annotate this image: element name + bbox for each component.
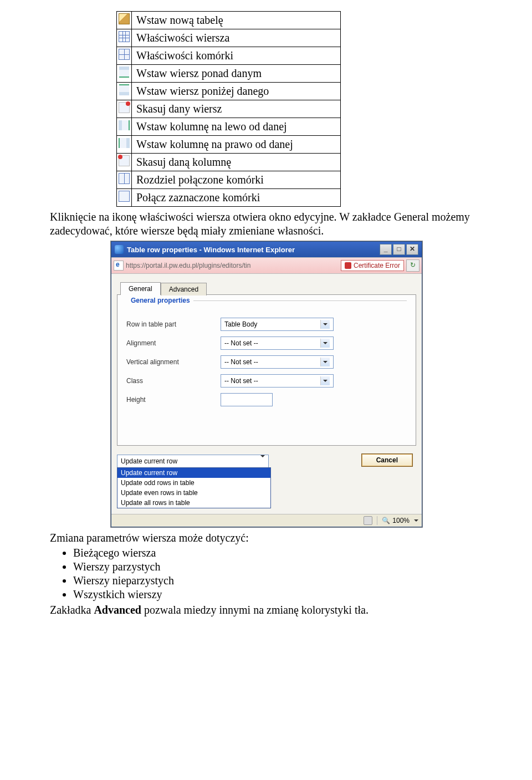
text: pozwala miedzy innymi na zmianę koloryst… [141,604,369,616]
chevron-down-icon [260,455,265,467]
icon-cell [117,189,132,207]
maximize-button[interactable]: □ [393,244,405,255]
function-label: Wstaw kolumnę na lewo od danej [132,118,341,136]
chevron-down-icon [320,320,330,329]
function-label: Rozdziel połączone komórki [132,171,341,189]
table-row: Skasuj dany wiersz [117,100,341,118]
chevron-down-icon [320,339,330,348]
zoom-control[interactable]: 🔍 100% [382,517,418,524]
address-bar: https://portal.il.pw.edu.pl/plugins/edit… [111,257,422,274]
icon-cell [117,136,132,154]
merge-cells-icon [119,191,130,202]
status-bar: 🔍 100% [111,514,422,527]
select-value: -- Not set -- [224,356,258,368]
select-value: -- Not set -- [224,337,258,349]
cell-properties-icon [119,49,130,60]
dialog-titlebar: Table row properties - Windows Internet … [111,242,422,257]
delete-col-icon [119,155,130,166]
list-item: Wszystkich wierszy [73,588,488,601]
function-label: Skasuj daną kolumnę [132,154,341,171]
input-height[interactable] [221,393,273,406]
select-vertical-alignment[interactable]: -- Not set -- [221,355,334,369]
favicon-icon [114,261,124,271]
insert-table-icon [119,13,130,24]
dialog-footer: Update current row Update current rowUpd… [111,451,422,514]
fieldset-legend: General properties [127,300,407,309]
function-label: Wstaw wiersz poniżej danego [132,83,341,100]
table-row: Połącz zaznaczone komórki [117,189,341,207]
paragraph-outcomes-intro: Zmiana parametrów wiersza może dotyczyć: [50,532,488,544]
table-row: Wstaw nową tabelę [117,12,341,29]
dropdown-option[interactable]: Update all rows in table [117,498,270,508]
label-row-in-table-part: Row in table part [126,320,221,328]
tab-strip: General Advanced [111,274,422,294]
shield-icon [345,262,351,269]
minimize-button[interactable]: _ [380,244,392,255]
icon-cell [117,47,132,65]
insert-col-left-icon [119,120,130,130]
certificate-error-label: Certificate Error [354,262,400,269]
table-row: Skasuj daną kolumnę [117,154,341,171]
table-row: Wstaw wiersz ponad danym [117,65,341,83]
table-row: Wstaw wiersz poniżej danego [117,83,341,100]
select-value: Table Body [224,318,257,330]
list-item: Bieżącego wiersza [73,547,488,559]
icon-cell [117,118,132,136]
outcome-list: Bieżącego wierszaWierszy parzystychWiers… [73,547,488,601]
tab-pane-general: General properties Row in table part Tab… [117,294,416,446]
label-vertical-alignment: Vertical alignment [126,358,221,366]
icon-cell [117,65,132,83]
ie-icon [115,245,124,254]
dropdown-option[interactable]: Update even rows in table [117,488,270,498]
select-update-scope[interactable]: Update current row [117,455,269,468]
table-functions: Wstaw nową tabelęWłaściwości wierszaWłaś… [116,11,341,207]
paragraph-intro: Kliknięcie na ikonę właściwości wiersza … [50,210,488,238]
table-row: Wstaw kolumnę na lewo od danej [117,118,341,136]
label-alignment: Alignment [126,339,221,347]
refresh-button[interactable]: ↻ [406,259,420,272]
cancel-button[interactable]: Cancel [361,453,413,467]
certificate-error-button[interactable]: Certificate Error [341,260,404,271]
select-value: -- Not set -- [224,375,258,387]
icon-cell [117,12,132,29]
chevron-down-icon [320,376,330,385]
table-row: Właściwości komórki [117,47,341,65]
zoom-value: 100% [392,517,410,524]
split-cells-icon [119,173,130,184]
function-label: Wstaw wiersz ponad danym [132,65,341,83]
separator [377,516,377,525]
table-row: Rozdziel połączone komórki [117,171,341,189]
function-label: Wstaw kolumnę na prawo od danej [132,136,341,154]
text: Zakładka [50,604,94,616]
dropdown-option[interactable]: Update odd rows in table [117,478,270,488]
update-scope-dropdown[interactable]: Update current rowUpdate odd rows in tab… [117,467,271,508]
row-properties-dialog: Table row properties - Windows Internet … [111,241,422,527]
paragraph-advanced-note: Zakładka Advanced pozwala miedzy innymi … [50,603,488,617]
chevron-down-icon [320,358,330,366]
icon-cell [117,29,132,47]
delete-row-icon [119,102,130,113]
magnifier-icon: 🔍 [382,517,390,524]
select-alignment[interactable]: -- Not set -- [221,337,334,350]
list-item: Wierszy nieparzystych [73,574,488,587]
list-item: Wierszy parzystych [73,560,488,573]
insert-row-below-icon [119,84,129,95]
select-class[interactable]: -- Not set -- [221,374,334,388]
label-class: Class [126,377,221,385]
icon-cell [117,100,132,118]
select-row-in-table-part[interactable]: Table Body [221,318,334,331]
chevron-down-icon [412,517,418,524]
close-button[interactable]: ✕ [406,244,418,255]
function-label: Połącz zaznaczone komórki [132,189,341,207]
function-label: Wstaw nową tabelę [132,12,341,29]
dropdown-option[interactable]: Update current row [117,468,270,478]
select-value: Update current row [121,455,177,467]
label-height: Height [126,396,221,404]
function-label: Właściwości komórki [132,47,341,65]
function-label: Skasuj dany wiersz [132,100,341,118]
table-row: Właściwości wiersza [117,29,341,47]
tab-general[interactable]: General [120,282,161,295]
tab-advanced[interactable]: Advanced [161,283,207,295]
function-label: Właściwości wiersza [132,29,341,47]
insert-col-right-icon [119,138,130,148]
